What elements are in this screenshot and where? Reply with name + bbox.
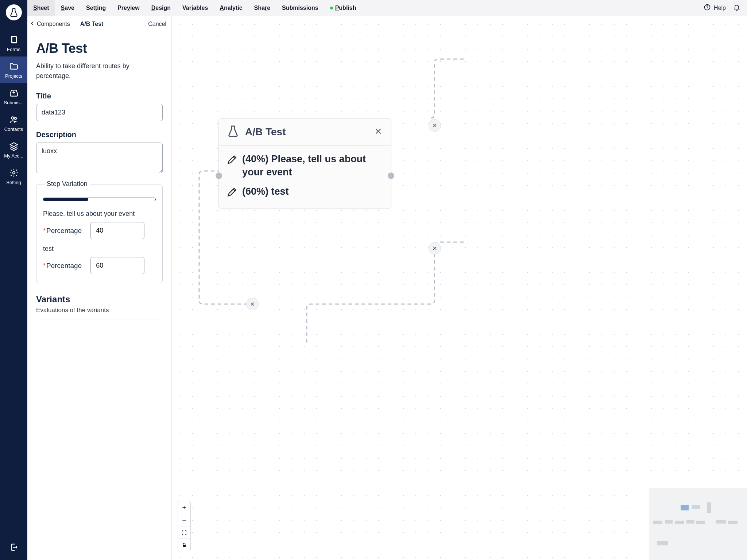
back-label: Components	[37, 21, 70, 27]
node-variant-text: (60%) test	[242, 185, 289, 198]
variants-heading: Variants	[36, 294, 163, 304]
dropper-icon	[227, 185, 237, 201]
variant-name: test	[43, 245, 156, 253]
editor-panel: Components A/B Test Cancel A/B Test Abil…	[27, 16, 172, 560]
nav-item-label: Contacts	[4, 127, 23, 132]
output-port[interactable]	[388, 172, 394, 179]
nav-item-projects[interactable]: Projects	[0, 57, 27, 83]
node-close-button[interactable]	[374, 127, 383, 137]
nav-rail: Forms Projects Submis... Contacts My Acc…	[0, 0, 27, 560]
svg-point-3	[14, 117, 16, 119]
edge-delete-button[interactable]	[246, 298, 259, 310]
svg-point-2	[11, 117, 14, 119]
nav-item-contacts[interactable]: Contacts	[0, 110, 27, 136]
percentage-label: Percentage	[46, 262, 82, 269]
help-icon	[704, 4, 711, 12]
menu-analytic[interactable]: Analytic	[214, 0, 248, 16]
app-logo[interactable]	[6, 4, 22, 20]
menu-variables[interactable]: Variables	[177, 0, 214, 16]
fit-view-button[interactable]	[178, 526, 190, 538]
menu-share[interactable]: Share	[248, 0, 276, 16]
logout-button[interactable]	[0, 534, 27, 560]
dropper-icon	[227, 152, 237, 168]
variation-slider[interactable]	[43, 198, 156, 201]
required-marker: *Percentage	[43, 262, 82, 270]
help-button[interactable]: Help	[704, 4, 726, 12]
nav-item-label: Projects	[5, 73, 22, 79]
back-button[interactable]: Components	[30, 20, 70, 28]
forms-icon	[9, 35, 19, 44]
help-label: Help	[714, 5, 726, 11]
description-label: Description	[36, 131, 163, 139]
layers-icon	[9, 141, 19, 151]
menu-save[interactable]: Save	[55, 0, 80, 16]
cancel-button[interactable]: Cancel	[148, 21, 166, 27]
description-input[interactable]	[36, 143, 163, 173]
dot-grid	[172, 16, 747, 560]
panel-header: Components A/B Test Cancel	[27, 16, 171, 32]
chevron-left-icon	[30, 20, 35, 28]
node-variant-row: (40%) Please, tell us about your event	[227, 152, 383, 179]
svg-point-6	[707, 8, 707, 9]
edge-delete-button[interactable]	[429, 242, 441, 254]
percentage-input-0[interactable]	[90, 222, 144, 239]
percentage-input-1[interactable]	[90, 257, 144, 274]
nav-item-label: My Acc...	[4, 153, 23, 159]
menu-setting[interactable]: Setting	[80, 0, 112, 16]
nav-item-account[interactable]: My Acc...	[0, 136, 27, 163]
title-input[interactable]	[36, 104, 163, 121]
nav-item-submissions[interactable]: Submis...	[0, 83, 27, 110]
nav-item-label: Forms	[7, 47, 20, 52]
edge-delete-button[interactable]	[429, 119, 441, 132]
app-main: Sheet Save Setting Preview Design Variab…	[27, 0, 747, 560]
nav-item-label: Setting	[6, 180, 21, 185]
flow-canvas[interactable]: A/B Test (40%) Please, tell us about you…	[172, 16, 747, 560]
menu-preview[interactable]: Preview	[112, 0, 146, 16]
title-label: Title	[36, 92, 163, 100]
breadcrumb-title: A/B Test	[80, 21, 104, 27]
topbar-menu: Sheet Save Setting Preview Design Variab…	[27, 0, 362, 16]
required-marker: *Percentage	[43, 227, 82, 235]
gear-icon	[9, 168, 19, 178]
page-description: Ability to take different routes by perc…	[36, 61, 163, 81]
slider-fill	[43, 198, 88, 201]
zoom-in-button[interactable]	[178, 501, 190, 514]
variants-subheading: Evaluations of the variants	[36, 307, 163, 314]
nav-item-setting[interactable]: Setting	[0, 163, 27, 190]
flask-icon	[227, 125, 239, 139]
workspace: Components A/B Test Cancel A/B Test Abil…	[27, 16, 747, 560]
folder-icon	[9, 62, 19, 71]
abtest-node[interactable]: A/B Test (40%) Please, tell us about you…	[218, 118, 391, 209]
menu-design[interactable]: Design	[146, 0, 177, 16]
menu-publish[interactable]: Publish	[324, 0, 362, 16]
variant-name: Please, tell us about your event	[43, 210, 156, 218]
zoom-out-button[interactable]	[178, 514, 190, 526]
minimap[interactable]	[649, 488, 747, 560]
bell-icon[interactable]	[733, 4, 740, 12]
menu-sheet[interactable]: Sheet	[27, 0, 55, 16]
panel-body: A/B Test Ability to take different route…	[27, 32, 171, 334]
percentage-label: Percentage	[46, 227, 82, 234]
node-variant-row: (60%) test	[227, 185, 383, 201]
step-variation-legend: Step Variation	[44, 180, 90, 188]
node-variant-text: (40%) Please, tell us about your event	[242, 152, 383, 179]
status-dot-icon	[330, 7, 333, 9]
input-port[interactable]	[216, 172, 222, 179]
page-title: A/B Test	[36, 41, 163, 56]
inbox-icon	[9, 88, 19, 98]
topbar: Sheet Save Setting Preview Design Variab…	[27, 0, 747, 16]
nav-item-forms[interactable]: Forms	[0, 30, 27, 57]
nav-item-label: Submis...	[4, 100, 23, 105]
node-title: A/B Test	[245, 126, 368, 138]
contacts-icon	[9, 115, 19, 124]
canvas-toolbar	[178, 501, 191, 551]
menu-submissions[interactable]: Submissions	[276, 0, 324, 16]
step-variation-fieldset: Step Variation Please, tell us about you…	[36, 184, 163, 283]
svg-point-4	[12, 172, 15, 174]
lock-button[interactable]	[178, 538, 190, 551]
